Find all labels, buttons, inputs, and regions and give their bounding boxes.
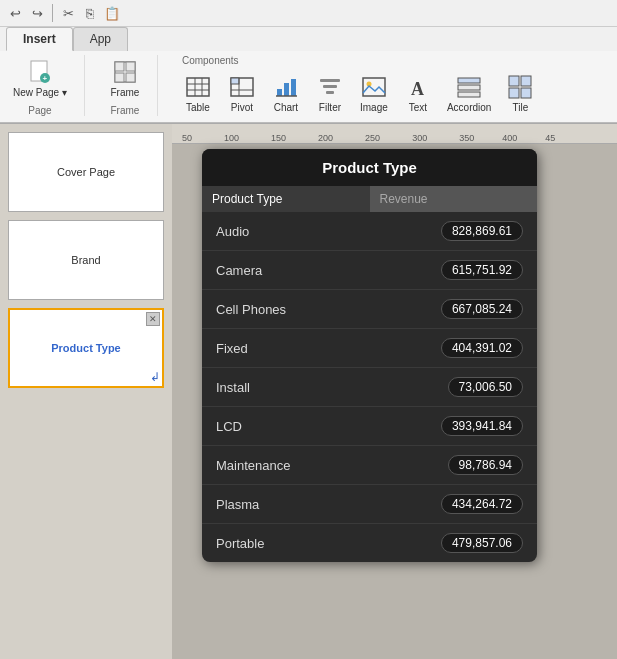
table-icon [184, 73, 212, 101]
product-type-thumb[interactable]: ✕ Product Type ↲ [8, 308, 164, 388]
svg-rect-31 [521, 76, 531, 86]
tile-button[interactable]: Tile [500, 70, 540, 116]
toolbar-icons: ↩ ↪ ✂ ⎘ 📋 [6, 4, 121, 22]
widget-row-fixed: Fixed 404,391.02 [202, 329, 537, 368]
pivot-button[interactable]: Pivot [222, 70, 262, 116]
svg-rect-33 [521, 88, 531, 98]
ribbon: + New Page ▾ Page [0, 51, 617, 123]
frame-icon [111, 58, 139, 86]
tab-insert[interactable]: Insert [6, 27, 73, 51]
chart-svg [272, 73, 300, 101]
svg-rect-17 [277, 89, 282, 96]
redo-icon[interactable]: ↪ [28, 4, 46, 22]
brand-thumb[interactable]: Brand [8, 220, 164, 300]
ribbon-group-row: + New Page ▾ [8, 55, 72, 101]
lcd-label: LCD [216, 419, 242, 434]
copy-icon[interactable]: ⎘ [81, 4, 99, 22]
cut-icon[interactable]: ✂ [59, 4, 77, 22]
svg-text:A: A [411, 79, 424, 99]
page-arrow-icon: ↲ [150, 370, 160, 384]
widget-row-install: Install 73,006.50 [202, 368, 537, 407]
widget-tab-product-type[interactable]: Product Type [202, 186, 370, 212]
filter-icon [316, 73, 344, 101]
ruler-mark-100: 100 [224, 133, 239, 143]
svg-rect-7 [126, 73, 135, 82]
text-svg: A [404, 73, 432, 101]
brand-label: Brand [71, 254, 100, 266]
cover-page-label: Cover Page [57, 166, 115, 178]
widget-row-cell-phones: Cell Phones 667,085.24 [202, 290, 537, 329]
camera-label: Camera [216, 263, 262, 278]
svg-rect-8 [187, 78, 209, 96]
fixed-label: Fixed [216, 341, 248, 356]
svg-rect-5 [126, 62, 135, 71]
divider [52, 4, 53, 22]
ruler-mark-350: 350 [459, 133, 474, 143]
audio-value: 828,869.61 [441, 221, 523, 241]
text-button[interactable]: A Text [398, 70, 438, 116]
ruler-mark-450: 45 [545, 133, 555, 143]
ruler-mark-50: 50 [182, 133, 192, 143]
canvas-area: 50 100 150 200 250 300 350 400 45 Produc… [172, 124, 617, 659]
paste-icon[interactable]: 📋 [103, 4, 121, 22]
accordion-label: Accordion [447, 102, 491, 113]
chart-button[interactable]: Chart [266, 70, 306, 116]
svg-rect-19 [291, 79, 296, 96]
frame-group-label: Frame [110, 105, 139, 116]
text-icon: A [404, 73, 432, 101]
ribbon-group-page: + New Page ▾ Page [8, 55, 85, 116]
new-page-button[interactable]: + New Page ▾ [8, 55, 72, 101]
new-page-svg: + [26, 58, 54, 86]
table-button[interactable]: Table [178, 70, 218, 116]
accordion-button[interactable]: Accordion [442, 70, 496, 116]
ribbon-group-components: Components Table [178, 55, 552, 118]
image-button[interactable]: Image [354, 70, 394, 116]
ribbon-group-frame: Frame Frame [105, 55, 158, 116]
widget-row-portable: Portable 479,857.06 [202, 524, 537, 562]
toolbar: ↩ ↪ ✂ ⎘ 📋 Insert App + [0, 0, 617, 124]
undo-icon[interactable]: ↩ [6, 4, 24, 22]
frame-label: Frame [110, 87, 139, 98]
filter-svg [316, 73, 344, 101]
chart-icon [272, 73, 300, 101]
toolbar-top: ↩ ↪ ✂ ⎘ 📋 [0, 0, 617, 27]
main-area: Cover Page Brand ✕ Product Type ↲ 50 100… [0, 124, 617, 659]
widget-body: Audio 828,869.61 Camera 615,751.92 Cell … [202, 212, 537, 562]
pivot-label: Pivot [231, 102, 253, 113]
plasma-value: 434,264.72 [441, 494, 523, 514]
frame-button[interactable]: Frame [105, 55, 145, 101]
cover-page-thumb[interactable]: Cover Page [8, 132, 164, 212]
install-value: 73,006.50 [448, 377, 523, 397]
ruler-mark-150: 150 [271, 133, 286, 143]
cell-phones-value: 667,085.24 [441, 299, 523, 319]
maintenance-value: 98,786.94 [448, 455, 523, 475]
audio-label: Audio [216, 224, 249, 239]
svg-rect-4 [115, 62, 124, 71]
tile-svg [506, 73, 534, 101]
widget-row-lcd: LCD 393,941.84 [202, 407, 537, 446]
maintenance-label: Maintenance [216, 458, 290, 473]
svg-text:+: + [42, 74, 47, 83]
table-label: Table [186, 102, 210, 113]
install-label: Install [216, 380, 250, 395]
filter-label: Filter [319, 102, 341, 113]
ribbon-components-row: Table Pivot [178, 70, 540, 116]
ruler-marks-container: 50 100 150 200 250 300 350 400 45 [182, 124, 555, 143]
ruler-mark-400: 400 [502, 133, 517, 143]
lcd-value: 393,941.84 [441, 416, 523, 436]
components-group-label: Components [182, 55, 239, 66]
portable-value: 479,857.06 [441, 533, 523, 553]
frame-svg [111, 58, 139, 86]
filter-button[interactable]: Filter [310, 70, 350, 116]
tabs-row: Insert App [0, 27, 617, 51]
pivot-svg [228, 73, 256, 101]
close-button[interactable]: ✕ [146, 312, 160, 326]
portable-label: Portable [216, 536, 264, 551]
widget-tab-revenue[interactable]: Revenue [370, 186, 538, 212]
ruler-mark-300: 300 [412, 133, 427, 143]
camera-value: 615,751.92 [441, 260, 523, 280]
fixed-value: 404,391.02 [441, 338, 523, 358]
tab-app[interactable]: App [73, 27, 128, 51]
widget-tabs: Product Type Revenue [202, 186, 537, 212]
tile-icon [506, 73, 534, 101]
